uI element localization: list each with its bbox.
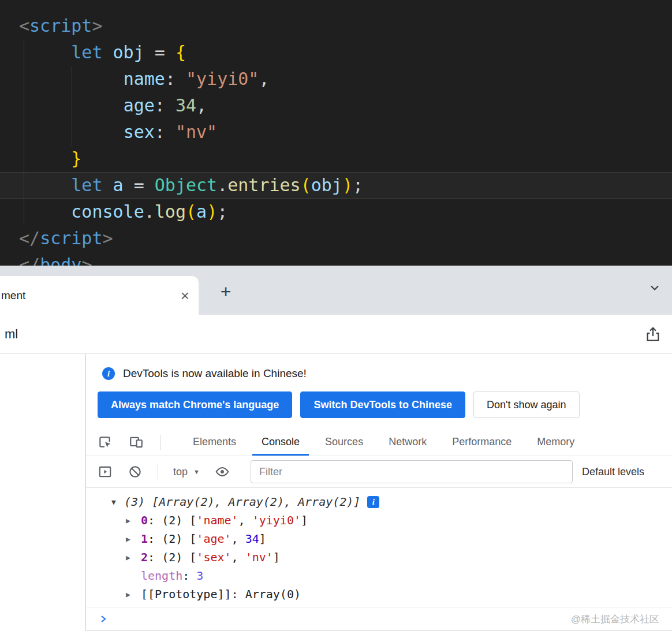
devtools-tab-network[interactable]: Network — [376, 428, 439, 456]
console-toolbar: top ▼ Default levels — [86, 456, 672, 488]
new-tab-button[interactable]: + — [215, 281, 237, 303]
expander-expanded-icon[interactable]: ▼ — [111, 498, 124, 506]
devtools-tab-performance[interactable]: Performance — [439, 428, 524, 456]
browser-tab-strip: ment × + — [0, 266, 672, 315]
watermark: @稀土掘金技术社区 — [571, 613, 659, 626]
live-expression-eye-icon[interactable] — [215, 464, 230, 479]
console-row[interactable]: ▶1: (2) ['age', 34] — [86, 529, 672, 548]
banner-button[interactable]: Don't show again — [473, 391, 580, 418]
console-row[interactable]: ▶[[Prototype]]: Array(0) — [86, 585, 672, 603]
filter-input[interactable] — [251, 460, 573, 483]
info-icon: i — [102, 367, 115, 380]
value-info-icon[interactable]: i — [367, 496, 379, 508]
code-line: </body> — [19, 252, 672, 266]
chevron-down-icon[interactable] — [648, 281, 662, 297]
code-line: age: 34, — [19, 92, 672, 119]
expander-collapsed-icon[interactable]: ▶ — [126, 535, 141, 543]
share-icon[interactable] — [644, 326, 662, 343]
tab-close-icon[interactable]: × — [181, 288, 189, 303]
banner-button[interactable]: Always match Chrome's language — [98, 391, 292, 418]
browser-tab[interactable]: ment × — [0, 276, 199, 315]
inspect-element-icon[interactable] — [98, 435, 113, 450]
code-line: let obj = { — [19, 39, 672, 66]
toolbar-separator — [158, 464, 158, 479]
devtools-tabs: ElementsConsoleSourcesNetworkPerformance… — [180, 428, 587, 456]
code-line: name: "yiyi0", — [19, 66, 672, 92]
code-lines: <script> let obj = { name: "yiyi0", age:… — [0, 0, 672, 266]
banner-button[interactable]: Switch DevTools to Chinese — [300, 391, 465, 418]
context-selector[interactable]: top ▼ — [173, 466, 200, 478]
devtools-tabbar: ElementsConsoleSourcesNetworkPerformance… — [86, 428, 672, 456]
browser-toolbar: ml — [0, 315, 672, 354]
context-label: top — [173, 466, 188, 478]
device-toolbar-icon[interactable] — [129, 435, 144, 450]
code-editor[interactable]: <script> let obj = { name: "yiyi0", age:… — [0, 0, 672, 266]
banner-buttons: Always match Chrome's languageSwitch Dev… — [98, 391, 672, 418]
console-row[interactable]: ▼(3) [Array(2), Array(2), Array(2)]i — [86, 493, 672, 511]
toolbar-separator — [160, 435, 160, 450]
expander-collapsed-icon[interactable]: ▶ — [126, 553, 141, 562]
code-line: } — [19, 146, 672, 172]
console-row[interactable]: length: 3 — [86, 566, 672, 585]
devtools-tab-memory[interactable]: Memory — [524, 428, 587, 456]
devtools-panel: i DevTools is now available in Chinese! … — [86, 354, 672, 631]
devtools-tab-elements[interactable]: Elements — [180, 428, 249, 456]
clear-console-icon[interactable] — [128, 464, 143, 479]
page-content-area — [0, 354, 85, 634]
prompt-chevron-icon — [99, 614, 108, 624]
banner-message-row: i DevTools is now available in Chinese! — [102, 364, 672, 383]
console-row[interactable]: ▶2: (2) ['sex', 'nv'] — [86, 548, 672, 566]
language-banner: i DevTools is now available in Chinese! … — [86, 354, 672, 428]
code-line: console.log(a); — [19, 199, 672, 225]
code-line: </script> — [19, 225, 672, 252]
expander-collapsed-icon[interactable]: ▶ — [126, 590, 141, 599]
code-line: sex: "nv" — [19, 119, 672, 146]
expander-collapsed-icon[interactable]: ▶ — [126, 516, 141, 525]
console-row[interactable]: ▶0: (2) ['name', 'yiyi0'] — [86, 511, 672, 529]
console-prompt[interactable]: @稀土掘金技术社区 — [86, 607, 672, 631]
screen: <script> let obj = { name: "yiyi0", age:… — [0, 0, 672, 634]
url-text[interactable]: ml — [5, 327, 644, 342]
devtools-tab-console[interactable]: Console — [249, 428, 312, 456]
tab-title: ment — [1, 289, 181, 302]
devtools-tab-sources[interactable]: Sources — [312, 428, 376, 456]
console-sidebar-icon[interactable] — [98, 464, 113, 479]
code-line: <script> — [19, 13, 672, 39]
banner-message: DevTools is now available in Chinese! — [123, 367, 307, 380]
code-line: let a = Object.entries(obj); — [19, 172, 672, 199]
main-content: i DevTools is now available in Chinese! … — [0, 354, 672, 634]
chevron-down-icon: ▼ — [193, 468, 200, 475]
devtools-bottom-edge — [85, 631, 672, 631]
console-output: ▼(3) [Array(2), Array(2), Array(2)]i▶0: … — [86, 488, 672, 607]
log-levels-dropdown[interactable]: Default levels — [582, 466, 672, 478]
